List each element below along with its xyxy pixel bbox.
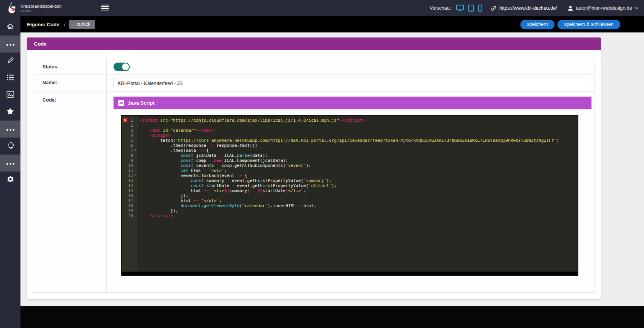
sidebar-item-home[interactable] bbox=[0, 19, 20, 36]
tablet-icon bbox=[468, 5, 474, 12]
gutter-line: ×5▼ bbox=[122, 138, 138, 143]
line-number: 13 bbox=[127, 178, 134, 183]
gutter-line: ×20▼ bbox=[122, 213, 138, 218]
code-row: Code: JS Java Script ×1▼×2▼×3▼×4▼×5▼×6▼×… bbox=[33, 92, 595, 292]
line-number: 5 bbox=[127, 138, 134, 143]
code-line: <script src="https://cdnjs.cloudflare.co… bbox=[140, 118, 578, 123]
sidebar-item-more-3[interactable] bbox=[0, 155, 20, 172]
sidebar-item-list[interactable] bbox=[0, 70, 20, 87]
sidebar-item-media[interactable] bbox=[0, 87, 20, 104]
back-button-label: zurück bbox=[76, 22, 90, 27]
line-number: 3 bbox=[127, 128, 134, 133]
phone-preview-button[interactable] bbox=[478, 5, 482, 12]
line-number: 19 bbox=[127, 208, 134, 213]
editor-code-area: <script src="https://cdnjs.cloudflare.co… bbox=[138, 116, 578, 272]
sidebar-item-plugins[interactable] bbox=[0, 138, 20, 155]
gutter-line: ×1▼ bbox=[122, 118, 138, 123]
gutter-line: ×10▼ bbox=[122, 163, 138, 168]
save-button[interactable]: speichern bbox=[520, 20, 554, 29]
image-icon bbox=[7, 91, 14, 99]
gutter-line: ×19▼ bbox=[122, 208, 138, 213]
flame-logo-icon bbox=[5, 1, 18, 15]
code-line: </script> bbox=[140, 213, 578, 218]
name-input[interactable] bbox=[114, 78, 585, 89]
code-line: html += '</ul>'; bbox=[140, 198, 578, 203]
star-icon bbox=[6, 107, 14, 117]
page-footer-background bbox=[20, 306, 644, 328]
code-line: let html = '<ul>'; bbox=[140, 168, 578, 173]
status-label: Status: bbox=[33, 59, 107, 75]
sidebar-item-more-2[interactable] bbox=[0, 121, 20, 138]
status-toggle[interactable] bbox=[114, 63, 130, 71]
desktop-preview-button[interactable] bbox=[456, 5, 464, 12]
code-line: const summary = event.getFirstPropertyVa… bbox=[140, 178, 578, 183]
gutter-line: ×9▼ bbox=[122, 158, 138, 163]
topbar: Kreisbrandinspektion Dachau Vorschau: bbox=[0, 0, 644, 16]
code-panel: Code Status: bbox=[27, 37, 601, 299]
code-line: <script> bbox=[140, 133, 578, 138]
gutter-line: ×2▼ bbox=[122, 123, 138, 128]
user-email: autor@xion-webdesign.de bbox=[576, 5, 632, 11]
link-icon bbox=[489, 3, 498, 13]
pencil-icon bbox=[7, 56, 14, 66]
line-number: 16 bbox=[127, 193, 134, 198]
user-menu[interactable]: autor@xion-webdesign.de bbox=[568, 5, 639, 11]
breadcrumb-separator: / bbox=[64, 22, 66, 27]
sidebar-item-favorites[interactable] bbox=[0, 104, 20, 121]
fold-arrow-icon[interactable]: ▼ bbox=[134, 173, 138, 178]
gutter-line: ×7▼ bbox=[122, 148, 138, 153]
sidebar-item-more-1[interactable] bbox=[0, 36, 20, 53]
gutter-line: ×13▼ bbox=[122, 178, 138, 183]
brand-subtitle: Dachau bbox=[20, 9, 62, 12]
language-header: JS Java Script bbox=[114, 97, 591, 109]
fold-arrow-icon[interactable]: ▼ bbox=[134, 148, 138, 153]
back-button[interactable]: ‹ zurück bbox=[69, 20, 95, 29]
ellipsis-icon bbox=[6, 126, 15, 133]
action-bar: Eigener Code / ‹ zurück speichern speich… bbox=[20, 16, 644, 32]
gutter-line: ×3▼ bbox=[122, 128, 138, 133]
line-number: 14 bbox=[127, 183, 134, 188]
phone-icon bbox=[478, 5, 482, 12]
gutter-line: ×14▼ bbox=[122, 183, 138, 188]
hamburger-menu-icon[interactable] bbox=[101, 5, 109, 12]
breadcrumb: Eigener Code bbox=[27, 22, 59, 27]
code-line: }); bbox=[140, 208, 578, 213]
code-line: .then(data => { bbox=[140, 148, 578, 153]
gutter-line: ×12▼ bbox=[122, 173, 138, 178]
code-line: document.getElementById('calendar').inne… bbox=[140, 203, 578, 208]
brand-logo: Kreisbrandinspektion Dachau bbox=[5, 1, 62, 15]
editor-gutter: ×1▼×2▼×3▼×4▼×5▼×6▼×7▼×8▼×9▼×10▼×11▼×12▼×… bbox=[122, 116, 138, 272]
gutter-line: ×11▼ bbox=[122, 168, 138, 173]
home-icon bbox=[6, 22, 14, 32]
chevron-left-icon: ‹ bbox=[73, 21, 75, 27]
site-link[interactable]: https://www.kbi-dachau.de/ bbox=[490, 5, 557, 12]
sidebar-item-edit[interactable] bbox=[0, 53, 20, 70]
gutter-line: ×17▼ bbox=[122, 198, 138, 203]
gutter-line: ×18▼ bbox=[122, 203, 138, 208]
brand-name: Kreisbrandinspektion bbox=[20, 4, 62, 8]
code-line: const vevents = comp.getAllSubcomponents… bbox=[140, 163, 578, 168]
line-number: 1 bbox=[127, 118, 134, 123]
gear-icon bbox=[7, 175, 14, 185]
sidebar-item-settings[interactable] bbox=[0, 172, 20, 189]
name-row: Name: bbox=[33, 75, 595, 92]
editor-scrollbar[interactable] bbox=[122, 272, 578, 275]
line-number: 15 bbox=[127, 188, 134, 193]
gutter-line: ×15▼ bbox=[122, 188, 138, 193]
list-icon bbox=[7, 74, 14, 82]
code-line: const jcalData = ICAL.parse(data); bbox=[140, 153, 578, 158]
chevron-down-icon bbox=[635, 7, 639, 9]
code-line: }); bbox=[140, 193, 578, 198]
code-line: const comp = new ICAL.Component(jcalData… bbox=[140, 158, 578, 163]
line-number: 18 bbox=[127, 203, 134, 208]
name-label: Name: bbox=[33, 75, 107, 92]
save-close-button[interactable]: speichern & schliessen bbox=[558, 20, 620, 29]
code-editor[interactable]: ×1▼×2▼×3▼×4▼×5▼×6▼×7▼×8▼×9▼×10▼×11▼×12▼×… bbox=[121, 115, 578, 276]
gutter-line: ×8▼ bbox=[122, 153, 138, 158]
application-window: Kreisbrandinspektion Dachau Vorschau: bbox=[0, 0, 644, 328]
tablet-preview-button[interactable] bbox=[468, 5, 474, 12]
site-url: https://www.kbi-dachau.de/ bbox=[499, 5, 557, 11]
preview-label: Vorschau: bbox=[430, 5, 451, 11]
line-number: 12 bbox=[127, 173, 134, 178]
code-line: <div id="calendar"></div> bbox=[140, 128, 578, 133]
